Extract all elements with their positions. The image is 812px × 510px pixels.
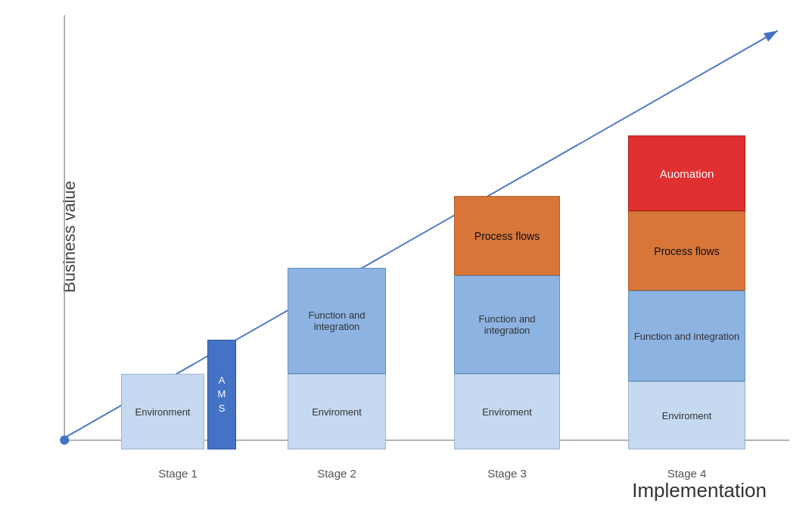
stage2-label: Stage 2 — [288, 467, 386, 480]
stage4-group: Enviroment Function and integration Proc… — [628, 135, 745, 449]
stage4-auto-bar: Auomation — [628, 135, 745, 211]
stage3-group: Enviroment Function and integration Proc… — [454, 196, 560, 449]
stage4-func-bar: Function and integration — [628, 291, 745, 381]
stage1-label: Stage 1 — [125, 467, 231, 480]
chart-container: Business value Implementation — [0, 0, 812, 510]
stage4-label: Stage 4 — [628, 467, 745, 480]
stage3-proc-bar: Process flows — [454, 196, 560, 275]
stage3-env-bar: Enviroment — [454, 374, 560, 449]
stage1-group: Environment A M S — [121, 340, 236, 449]
stage4-proc-bar: Process flows — [628, 211, 745, 291]
stage3-label: Stage 3 — [454, 467, 560, 480]
stage2-func-bar: Function and integration — [288, 268, 386, 374]
svg-point-4 — [60, 436, 69, 445]
chart-area: Environment A M S Stage 1 Enviroment Fun… — [53, 15, 789, 449]
stage2-env-bar: Enviroment — [288, 374, 386, 449]
stage3-func-bar: Function and integration — [454, 275, 560, 374]
stage1-ams-bar: A M S — [207, 340, 236, 449]
stage1-env-bar: Environment — [121, 374, 204, 449]
stage4-env-bar: Enviroment — [628, 381, 745, 449]
stage2-group: Enviroment Function and integration — [288, 268, 386, 449]
x-axis-label: Implementation — [632, 479, 767, 502]
